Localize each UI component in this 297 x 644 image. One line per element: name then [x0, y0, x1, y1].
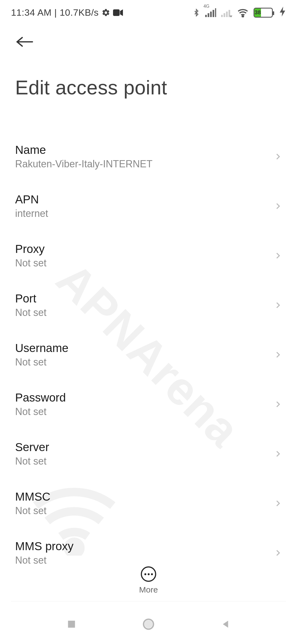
chevron-right-icon — [274, 252, 282, 260]
row-value: Not set — [15, 356, 68, 368]
row-label: Name — [15, 143, 152, 157]
charging-icon — [279, 7, 286, 18]
row-value: Not set — [15, 307, 46, 318]
row-username[interactable]: Username Not set — [15, 330, 282, 380]
chevron-right-icon — [274, 301, 282, 309]
chevron-right-icon — [274, 549, 282, 557]
navbar-divider — [11, 601, 286, 601]
more-dot-icon — [148, 573, 150, 575]
system-navbar — [0, 604, 297, 644]
nav-back-button[interactable] — [217, 616, 234, 632]
row-value: Not set — [15, 555, 73, 566]
svg-rect-4 — [213, 10, 214, 17]
chevron-right-icon — [274, 202, 282, 210]
svg-point-15 — [145, 621, 152, 627]
more-dot-icon — [151, 573, 153, 575]
chevron-right-icon — [274, 400, 282, 408]
svg-rect-7 — [224, 13, 225, 17]
row-label: Server — [15, 441, 49, 454]
svg-rect-8 — [226, 12, 228, 17]
arrow-left-icon — [16, 36, 33, 48]
row-value: Not set — [15, 505, 50, 517]
nav-recent-button[interactable] — [63, 616, 80, 632]
row-label: Port — [15, 292, 46, 305]
row-label: MMSC — [15, 490, 50, 503]
svg-rect-5 — [215, 8, 216, 17]
row-label: MMS proxy — [15, 540, 73, 553]
row-mms-proxy[interactable]: MMS proxy Not set — [15, 528, 282, 572]
status-time: 11:34 AM | 10.7KB/s — [11, 7, 99, 18]
triangle-left-icon — [220, 619, 231, 629]
row-label: Username — [15, 342, 68, 355]
network-type-label: 4G — [204, 4, 209, 9]
chevron-right-icon — [274, 450, 282, 458]
bluetooth-icon — [193, 7, 200, 18]
svg-point-10 — [242, 16, 243, 17]
svg-rect-3 — [210, 12, 212, 17]
row-text: Server Not set — [15, 441, 49, 467]
row-text: Username Not set — [15, 342, 68, 368]
video-icon — [113, 9, 123, 17]
row-apn[interactable]: APN internet — [15, 181, 282, 231]
more-label: More — [139, 585, 158, 594]
status-bar: 11:34 AM | 10.7KB/s 4G 38 — [0, 0, 297, 21]
row-mmsc[interactable]: MMSC Not set — [15, 479, 282, 528]
row-value: Not set — [15, 257, 46, 269]
circle-icon — [142, 618, 155, 631]
row-label: Password — [15, 391, 66, 404]
signal-4g-icon: 4G — [205, 8, 216, 17]
row-text: Name Rakuten-Viber-Italy-INTERNET — [15, 143, 152, 170]
chevron-right-icon — [274, 351, 282, 359]
row-text: Proxy Not set — [15, 242, 46, 269]
row-text: Port Not set — [15, 292, 46, 318]
status-right: 4G 38 — [193, 7, 286, 18]
row-proxy[interactable]: Proxy Not set — [15, 231, 282, 280]
wifi-icon — [237, 8, 249, 17]
row-text: MMS proxy Not set — [15, 540, 73, 566]
svg-rect-1 — [205, 15, 207, 17]
signal-nosim-icon — [221, 8, 232, 17]
back-button[interactable] — [15, 32, 34, 51]
header: Edit access point — [0, 21, 297, 99]
status-left: 11:34 AM | 10.7KB/s — [11, 7, 123, 18]
row-value: Not set — [15, 406, 66, 417]
row-label: Proxy — [15, 242, 46, 256]
row-value: internet — [15, 208, 48, 219]
svg-rect-0 — [113, 9, 120, 16]
svg-rect-6 — [221, 15, 223, 17]
row-name[interactable]: Name Rakuten-Viber-Italy-INTERNET — [15, 132, 282, 181]
nav-home-button[interactable] — [140, 616, 157, 632]
row-value: Not set — [15, 455, 49, 467]
square-icon — [66, 619, 77, 629]
chevron-right-icon — [274, 153, 282, 160]
row-server[interactable]: Server Not set — [15, 429, 282, 479]
row-text: APN internet — [15, 193, 48, 219]
battery-level-label: 38 — [254, 9, 261, 17]
battery-icon: 38 — [254, 8, 273, 18]
gear-icon — [101, 8, 110, 17]
chevron-right-icon — [274, 500, 282, 507]
svg-rect-13 — [68, 621, 75, 627]
page-title: Edit access point — [15, 76, 282, 99]
svg-rect-2 — [208, 13, 209, 17]
settings-list: APNArena Name Rakuten-Viber-Italy-INTERN… — [0, 132, 297, 572]
row-text: MMSC Not set — [15, 490, 50, 517]
row-text: Password Not set — [15, 391, 66, 417]
row-value: Rakuten-Viber-Italy-INTERNET — [15, 158, 152, 170]
row-password[interactable]: Password Not set — [15, 380, 282, 429]
more-dot-icon — [144, 573, 146, 575]
row-label: APN — [15, 193, 48, 206]
row-port[interactable]: Port Not set — [15, 280, 282, 330]
